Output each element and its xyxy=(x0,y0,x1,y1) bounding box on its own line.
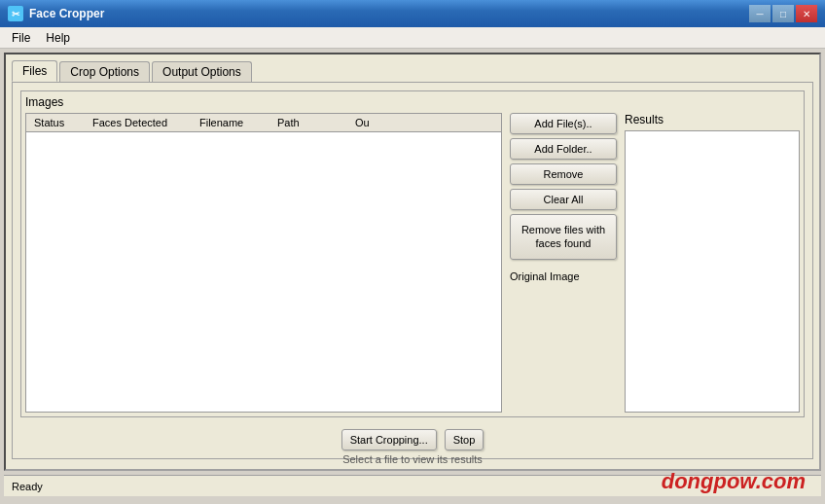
results-header: Results xyxy=(625,113,664,126)
col-header-filename: Filename xyxy=(196,116,273,129)
buttons-panel: Add File(s).. Add Folder.. Remove Clear … xyxy=(510,113,617,413)
images-group-label: Images xyxy=(25,95,800,109)
menu-file[interactable]: File xyxy=(4,28,38,48)
remove-with-faces-button[interactable]: Remove files withfaces found xyxy=(510,214,617,260)
tab-bar: Files Crop Options Output Options xyxy=(12,60,813,82)
file-list-header: Status Faces Detected Filename Path Ou xyxy=(26,114,501,132)
add-files-button[interactable]: Add File(s).. xyxy=(510,113,617,134)
tab-crop-options[interactable]: Crop Options xyxy=(59,61,150,82)
col-header-status: Status xyxy=(30,116,89,129)
status-text: Ready xyxy=(12,481,43,492)
col-header-output: Ou xyxy=(351,116,390,129)
menu-bar: File Help xyxy=(0,27,825,49)
title-bar-text: Face Cropper xyxy=(29,7,749,20)
center-buttons-results: Add File(s).. Add Folder.. Remove Clear … xyxy=(510,113,800,413)
start-cropping-button[interactable]: Start Cropping... xyxy=(341,429,437,450)
bottom-bar: Start Cropping... Stop xyxy=(20,425,805,450)
minimize-button[interactable]: ─ xyxy=(749,5,771,22)
main-window: Files Crop Options Output Options Images… xyxy=(4,53,821,471)
col-header-faces: Faces Detected xyxy=(89,116,196,129)
tab-files[interactable]: Files xyxy=(12,60,57,82)
original-image-label: Original Image xyxy=(510,270,580,282)
maximize-button[interactable]: □ xyxy=(772,5,794,22)
col-header-path: Path xyxy=(273,116,351,129)
status-bar: Ready xyxy=(4,475,821,496)
images-group: Images Status Faces Detected Filename Pa… xyxy=(20,90,805,417)
app-icon: ✂ xyxy=(8,6,23,21)
file-list-container[interactable]: Status Faces Detected Filename Path Ou xyxy=(25,113,502,413)
title-bar: ✂ Face Cropper ─ □ ✕ xyxy=(0,0,825,27)
tab-output-options[interactable]: Output Options xyxy=(152,61,252,82)
remove-button[interactable]: Remove xyxy=(510,163,617,185)
results-section: Select a file to view its results xyxy=(625,130,800,413)
title-bar-controls: ─ □ ✕ xyxy=(749,5,817,22)
results-panel: Results Select a file to view its result… xyxy=(625,113,800,413)
stop-button[interactable]: Stop xyxy=(445,429,484,450)
clear-all-button[interactable]: Clear All xyxy=(510,189,617,210)
add-folder-button[interactable]: Add Folder.. xyxy=(510,138,617,160)
main-content-area: Status Faces Detected Filename Path Ou A… xyxy=(25,113,800,413)
close-button[interactable]: ✕ xyxy=(796,5,817,22)
results-select-text: Select a file to view its results xyxy=(0,453,825,465)
original-image-area: Original Image xyxy=(510,270,617,283)
menu-help[interactable]: Help xyxy=(38,28,78,48)
tab-content: Images Status Faces Detected Filename Pa… xyxy=(12,82,813,459)
